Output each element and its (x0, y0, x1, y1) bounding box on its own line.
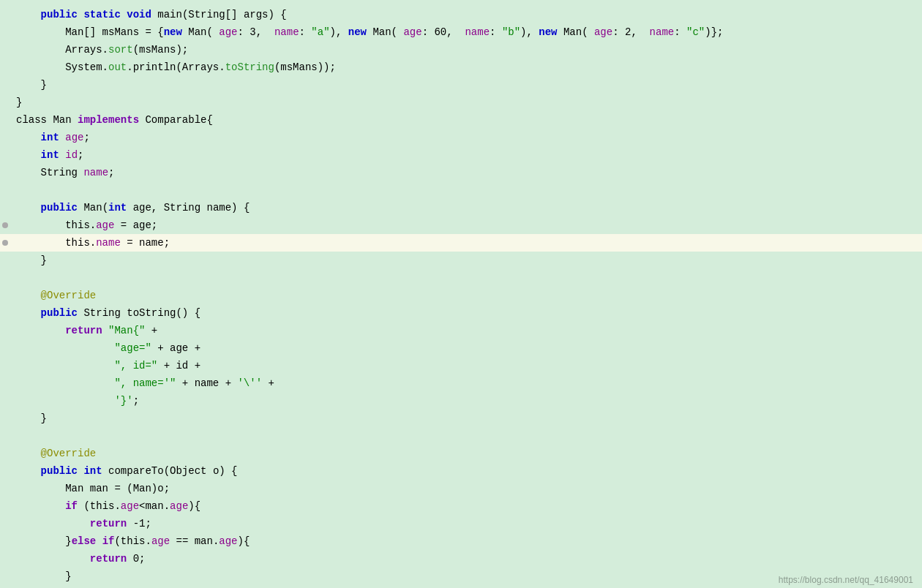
code-line: }else if(this.age == man.age){ (0, 532, 922, 550)
code-token: "c" (686, 26, 705, 38)
code-token: } (16, 79, 47, 91)
code-token (96, 535, 102, 547)
code-token (16, 9, 41, 20)
code-line: int id; (0, 146, 922, 164)
code-content: String name; (13, 167, 922, 178)
code-line: int age; (0, 129, 922, 146)
code-token (16, 202, 41, 214)
code-content: } (13, 79, 922, 91)
code-content: public String toString() { (13, 307, 922, 319)
indicator-dot (2, 222, 8, 228)
code-token: + age + (151, 342, 200, 354)
line-indicator (0, 240, 10, 246)
code-token: + (262, 377, 274, 389)
code-token: class Man (16, 114, 78, 126)
code-line: public Man(int age, String name) { (0, 199, 922, 216)
code-token: Man[] msMans = { (16, 26, 164, 38)
code-token: public (41, 307, 78, 319)
code-line: this.name = name; (0, 234, 922, 252)
code-line: return -1; (0, 515, 922, 532)
code-content: } (13, 412, 922, 424)
code-line: } (0, 410, 922, 427)
code-line: Man man = (Man)o; (0, 480, 922, 497)
code-token (16, 518, 90, 529)
code-token: : 60, (422, 26, 465, 38)
code-token: if (102, 535, 115, 547)
code-token: name (96, 237, 121, 249)
code-token: ", id=" (114, 360, 157, 372)
code-container: public static void main(String[] args) {… (0, 0, 922, 588)
code-token: implements (78, 114, 139, 126)
code-token: return (90, 518, 127, 529)
code-token (59, 149, 65, 161)
code-token: } (16, 535, 72, 547)
code-token: int (108, 202, 127, 214)
code-token: String (16, 167, 83, 178)
code-token: return (65, 325, 102, 336)
code-token: ), (520, 26, 539, 38)
code-content: public Man(int age, String name) { (13, 202, 922, 214)
code-token: name (274, 26, 299, 38)
code-token: age, String name) { (127, 202, 250, 214)
code-line: System.out.println(Arrays.toString(msMan… (0, 59, 922, 76)
code-line: return "Man{" + (0, 322, 922, 339)
code-token: Man man = (Man)o; (16, 483, 170, 494)
code-line: } (0, 252, 922, 269)
code-token: id (65, 149, 78, 161)
code-token: + (145, 325, 157, 336)
code-token (16, 553, 90, 565)
code-token: Man( (367, 26, 403, 38)
code-line: String name; (0, 164, 922, 181)
code-content: Arrays.sort(msMans); (13, 44, 922, 56)
code-token (16, 360, 114, 372)
code-line: "age=" + age + (0, 339, 922, 357)
code-content: } (13, 97, 922, 108)
code-content: } (13, 255, 922, 266)
code-token: : (299, 26, 312, 38)
code-content: Man man = (Man)o; (13, 483, 922, 494)
code-token: @Override (41, 290, 97, 301)
code-content: @Override (13, 448, 922, 459)
code-token: new (348, 26, 367, 38)
code-line: public String toString() { (0, 304, 922, 322)
code-content: ", id=" + id + (13, 360, 922, 372)
code-token: if (65, 500, 78, 512)
code-token: <man. (139, 500, 170, 512)
code-token: age (219, 535, 237, 547)
code-content: ", name='" + name + '\'' + (13, 377, 922, 389)
code-line: '}'; (0, 392, 922, 410)
code-token: public (41, 202, 78, 214)
code-token: age (170, 500, 188, 512)
code-token (16, 448, 41, 459)
code-token: = name; (121, 237, 170, 249)
code-line: ", name='" + name + '\'' + (0, 374, 922, 392)
code-content: if (this.age<man.age){ (13, 500, 922, 512)
code-line: } (0, 94, 922, 111)
code-token: new (164, 26, 182, 38)
code-line (0, 427, 922, 445)
code-line: if (this.age<man.age){ (0, 497, 922, 515)
code-token (16, 395, 114, 407)
code-token: toString (225, 61, 274, 73)
code-token: age (96, 219, 114, 231)
code-token: ){ (188, 500, 200, 512)
code-token: '}' (114, 395, 132, 407)
code-token: main(String[] args) { (151, 9, 287, 20)
code-token: static (83, 9, 120, 20)
code-token: compareTo(Object o) { (102, 465, 238, 477)
code-token: void (127, 9, 151, 20)
line-indicator (0, 222, 10, 228)
code-token: (this. (114, 535, 151, 547)
code-content: System.out.println(Arrays.toString(msMan… (13, 61, 922, 73)
code-token (16, 465, 41, 477)
code-token: -1; (127, 518, 151, 529)
code-line: @Override (0, 287, 922, 304)
code-token: System. (16, 61, 108, 73)
code-token: age (403, 26, 421, 38)
code-token: public (41, 9, 78, 20)
code-token: 0; (127, 553, 145, 565)
code-token: this. (16, 219, 96, 231)
code-token (59, 132, 65, 143)
code-token: age (594, 26, 612, 38)
code-token: age (219, 26, 237, 38)
